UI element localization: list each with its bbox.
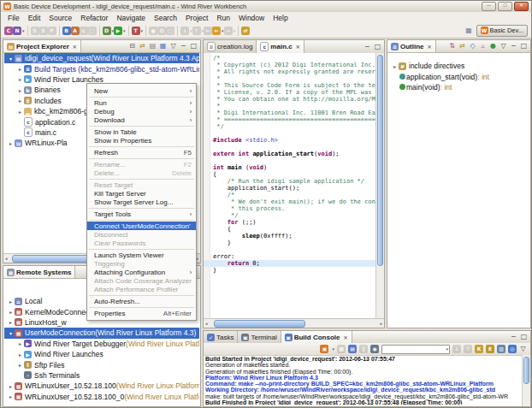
remote-tree-item-row[interactable]: ▸▶Wind River Target Debugger (Wind River… [4,339,199,349]
find-icon[interactable]: ◎ [508,345,517,353]
open-console-icon[interactable]: ▣ [320,345,328,353]
scroll-lock-icon[interactable]: ∥ [359,345,368,353]
remote-systems-tab[interactable]: ▦ Remote Systems [3,266,75,278]
outline-tab[interactable]: ≡ Outline ✕ [387,40,436,52]
editor-tab-creation-log[interactable]: ≡creation.log [204,40,257,53]
link-with-editor-icon[interactable]: ⇄ [139,42,146,50]
hide-fields-icon[interactable]: ◇ [469,42,476,50]
menubar-item-edit[interactable]: Edit [24,14,45,22]
stop-build-icon[interactable]: □ [88,27,97,35]
expand-arrow-icon[interactable]: ▾ [7,56,15,62]
menubar-item-help[interactable]: Help [269,14,292,22]
context-menu-item-auto-refresh-[interactable]: Auto-Refresh... [87,297,196,305]
expand-arrow-icon[interactable]: ▸ [16,87,24,93]
expand-arrow-icon[interactable]: ▸ [16,109,24,115]
clear-console-icon[interactable]: ▤ [348,345,357,353]
expand-arrow-icon[interactable]: ▸ [16,362,24,368]
last-edit-icon[interactable]: ← [204,27,212,35]
minimize-icon[interactable]: ─ [364,43,371,51]
run-icon[interactable]: ▶ [114,27,122,35]
project-explorer-tab[interactable]: ▤ Project Explorer ✕ [3,40,81,52]
menubar-item-window[interactable]: Window [234,14,269,22]
back-icon[interactable]: ← [212,27,221,35]
new-icon[interactable]: N [13,27,21,35]
collapse-all-icon[interactable]: ⊟ [128,42,136,50]
expand-arrow-icon[interactable]: ▸ [16,66,24,72]
code-editor[interactable]: /* * Copyright (c) 2012 Digi Internation… [204,53,384,319]
working-sets-icon[interactable]: ▦ [159,42,167,50]
view-menu-icon[interactable]: ▽ [169,42,177,50]
build-console-output[interactable]: Build Started in Project 'idigi_device_r… [205,356,522,405]
console-filter-combo[interactable]: ▾ [381,345,450,354]
project-tree-item-row[interactable]: ▾▤idigi_device_request (Wind River Linux… [4,53,199,63]
view-menu-icon[interactable]: ▽ [499,42,507,50]
editor-tab-main-c[interactable]: cmain.c✕ [257,40,304,53]
menubar-item-file[interactable]: File [3,14,24,22]
menubar-item-source[interactable]: Source [44,14,76,22]
expand-arrow-icon[interactable]: ▾ [7,330,15,336]
prev-match-icon[interactable]: ↑ [464,345,472,353]
expand-arrow-icon[interactable]: ▸ [7,140,15,146]
hide-static-icon[interactable]: ▵ [479,42,487,50]
prev-annotation-icon[interactable]: ↑ [192,27,201,35]
build-icon[interactable]: B [62,27,71,35]
close-window-button[interactable]: ✕ [514,2,529,11]
remote-tree-item-row[interactable]: ▸▦WRLinuxUser_10.52.18.100 (Wind River L… [4,381,199,391]
dropdown-arrow-icon[interactable]: ▾ [332,346,334,352]
remote-tree-item-row[interactable]: ▸▦WRLinuxUser_10.52.18.100_0 (Wind River… [4,392,199,402]
minimize-icon[interactable]: ─ [180,42,187,50]
expand-arrow-icon[interactable]: ▸ [7,383,15,389]
external-tools-icon[interactable]: T [132,27,140,35]
console-vscrollbar[interactable] [522,355,530,406]
menubar-item-project[interactable]: Project [181,14,212,22]
editor-vscrollbar[interactable] [375,53,384,319]
link-editor-icon[interactable]: ⇄ [241,27,250,35]
context-menu-item-show-in-table[interactable]: Show in Table [87,127,196,136]
outline-item-row[interactable]: application_start(void) : int [388,71,529,81]
save-all-icon[interactable]: S [39,27,48,35]
context-menu-item-attaching-configuration[interactable]: Attaching Configuration› [87,268,196,276]
next-match-icon[interactable]: ↓ [452,345,461,353]
skip-breakpoints-icon[interactable]: O [157,27,166,35]
menubar-item-run[interactable]: Run [212,14,234,22]
context-menu-item-kill-target-server[interactable]: Kill Target Server [87,189,196,198]
dropdown-arrow-icon[interactable]: ▾ [22,28,25,33]
context-menu-item-launch-system-viewer[interactable]: Launch System Viewer [87,251,196,259]
console-view-icon[interactable]: □ [166,27,174,35]
context-menu-item-target-tools[interactable]: Target Tools› [87,210,196,218]
minimize-window-button[interactable]: ─ [482,2,496,11]
editor-hscrollbar[interactable]: ◂▸ [204,318,384,328]
chevron-down-icon[interactable]: ▾ [446,346,449,352]
maximize-window-button[interactable]: □ [498,2,512,11]
forward-icon[interactable]: → [224,27,233,35]
open-perspective-icon[interactable]: ▦ [465,27,473,35]
context-menu-item-download[interactable]: Download› [87,115,196,124]
close-icon[interactable]: ✕ [343,334,347,340]
vscroll-thumb[interactable] [523,357,529,384]
link-with-editor-icon[interactable]: ⇄ [458,42,466,50]
context-menu-item-connect-usermodeconnection-[interactable]: Connect 'UserModeConnection' [87,222,196,230]
project-tree-item-row[interactable]: ▸≡Build Targets (kbc_km2m806-glibc_std-a… [4,63,199,74]
expand-arrow-icon[interactable]: ▸ [7,299,15,305]
maximize-icon[interactable]: □ [520,333,528,341]
save-icon[interactable]: S [31,27,39,35]
tab-tasks[interactable]: ✓Tasks [204,331,238,343]
maximize-icon[interactable]: □ [520,42,528,50]
next-annotation-icon[interactable]: ↓ [180,27,189,35]
customize-view-icon[interactable]: ▤ [149,42,157,50]
outline-item-row[interactable]: ▸#include directives [388,61,529,71]
dropdown-arrow-icon[interactable]: ▾ [233,28,236,33]
build-all-icon[interactable]: A [71,27,80,35]
expand-arrow-icon[interactable]: ▸ [16,76,24,82]
close-icon[interactable]: ✕ [296,44,300,50]
view-menu-icon[interactable]: ▽ [519,345,527,353]
close-icon[interactable]: ✕ [73,44,77,50]
expand-arrow-icon[interactable]: ▸ [16,340,24,346]
context-menu-item-properties[interactable]: PropertiesAlt+Enter [87,309,196,317]
outline-item-row[interactable]: main(void) : int [388,82,529,92]
tab-build-console[interactable]: ▣Build Console✕ [281,331,352,343]
minimize-icon[interactable]: ─ [510,333,517,341]
remote-tree-item-row[interactable]: ▾▦UserModeConnection (Wind River Linux P… [4,328,199,338]
expand-arrow-icon[interactable]: ▸ [7,309,15,315]
pin-console-icon[interactable]: ◉ [370,345,379,353]
